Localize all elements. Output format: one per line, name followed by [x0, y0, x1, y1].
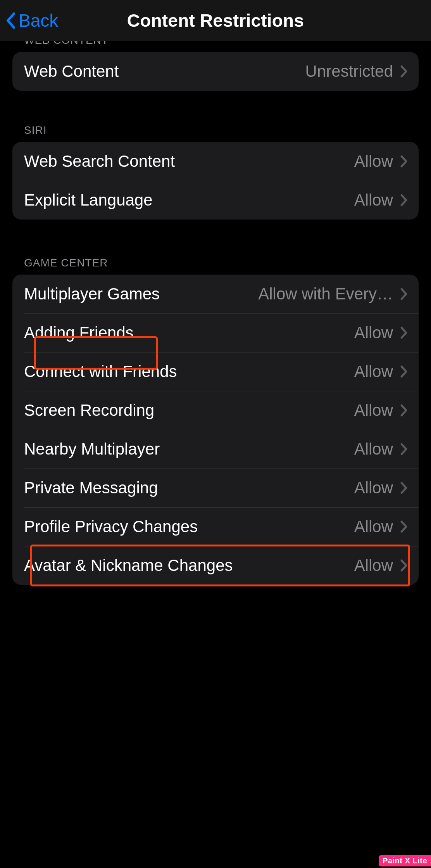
row-value: Allow	[350, 191, 393, 209]
row-label: Explicit Language	[24, 191, 159, 209]
section-header-game-center: GAME CENTER	[12, 220, 419, 275]
row-label: Private Messaging	[24, 479, 164, 497]
chevron-right-icon	[400, 365, 408, 378]
chevron-right-icon	[400, 326, 408, 339]
group-siri: Web Search Content Allow Explicit Langua…	[12, 142, 419, 220]
group-game-center: Multiplayer Games Allow with Every… Addi…	[12, 275, 419, 585]
page-title: Content Restrictions	[0, 10, 431, 31]
row-nearby-multiplayer[interactable]: Nearby Multiplayer Allow	[12, 430, 419, 469]
row-value: Allow	[350, 517, 393, 536]
row-web-content[interactable]: Web Content Unrestricted	[12, 52, 419, 91]
section-header-siri: SIRI	[12, 91, 419, 142]
row-label: Profile Privacy Changes	[24, 517, 204, 536]
back-button[interactable]: Back	[5, 0, 58, 41]
chevron-right-icon	[400, 404, 408, 417]
row-value: Allow	[350, 479, 393, 497]
chevron-right-icon	[400, 65, 408, 78]
row-value: Allow	[350, 401, 393, 420]
row-private-messaging[interactable]: Private Messaging Allow	[12, 469, 419, 507]
row-label: Connect with Friends	[24, 362, 183, 381]
row-value: Unrestricted	[302, 62, 393, 81]
group-web-content: Web Content Unrestricted	[12, 52, 419, 91]
chevron-right-icon	[400, 520, 408, 533]
row-adding-friends[interactable]: Adding Friends Allow	[12, 313, 419, 352]
row-label: Nearby Multiplayer	[24, 440, 166, 458]
chevron-right-icon	[400, 287, 408, 301]
row-label: Adding Friends	[24, 323, 140, 342]
row-label: Web Content	[24, 62, 125, 81]
row-multiplayer-games[interactable]: Multiplayer Games Allow with Every…	[12, 275, 419, 313]
chevron-right-icon	[400, 443, 408, 456]
row-value: Allow	[350, 556, 393, 575]
chevron-right-icon	[400, 194, 408, 207]
row-connect-with-friends[interactable]: Connect with Friends Allow	[12, 352, 419, 391]
chevron-right-icon	[400, 481, 408, 495]
row-avatar-nickname-changes[interactable]: Avatar & Nickname Changes Allow	[12, 546, 419, 585]
back-label: Back	[19, 10, 58, 31]
row-value: Allow	[350, 323, 393, 342]
row-label: Screen Recording	[24, 401, 160, 420]
row-label: Web Search Content	[24, 152, 181, 171]
row-screen-recording[interactable]: Screen Recording Allow	[12, 391, 419, 430]
row-value: Allow with Every…	[254, 285, 393, 303]
row-label: Multiplayer Games	[24, 285, 166, 303]
row-value: Allow	[350, 440, 393, 458]
chevron-right-icon	[400, 155, 408, 168]
chevron-right-icon	[400, 559, 408, 572]
row-value: Allow	[350, 362, 393, 381]
row-explicit-language[interactable]: Explicit Language Allow	[12, 181, 419, 220]
row-label: Avatar & Nickname Changes	[24, 556, 239, 575]
navbar: Back Content Restrictions	[0, 0, 431, 41]
watermark: Paint X Lite	[379, 855, 431, 866]
row-web-search-content[interactable]: Web Search Content Allow	[12, 142, 419, 181]
row-profile-privacy-changes[interactable]: Profile Privacy Changes Allow	[12, 507, 419, 546]
row-value: Allow	[350, 152, 393, 171]
chevron-left-icon	[5, 12, 16, 29]
